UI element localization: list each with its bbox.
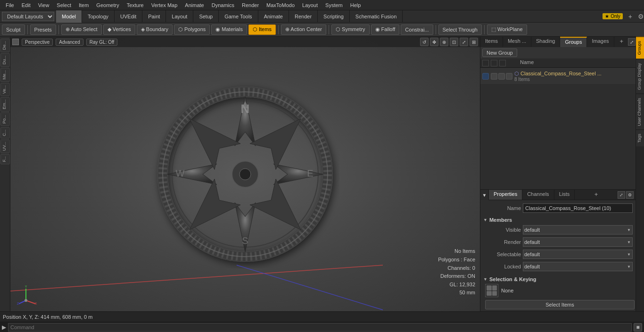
action-center-button[interactable]: ⊕ Action Center [281, 24, 326, 35]
props-tab-lists[interactable]: Lists [554, 190, 575, 200]
command-input[interactable] [8, 323, 632, 332]
menu-vertex-map[interactable]: Vertex Map [148, 1, 182, 9]
selection-keying-header[interactable]: ▼ Selection & Keying [483, 275, 633, 284]
shading-button[interactable]: Advanced [56, 39, 83, 46]
menu-view[interactable]: View [34, 1, 53, 9]
edge-tab-groups[interactable]: Groups [636, 37, 644, 59]
render-select[interactable]: default on off [523, 237, 633, 247]
sidebar-tab-uv[interactable]: UV... [0, 139, 10, 153]
add-layout-button[interactable]: + [626, 12, 635, 21]
polygons-button[interactable]: ⬡ Polygons [174, 24, 210, 35]
menu-item[interactable]: Item [75, 1, 92, 9]
layout-tab-animate[interactable]: Animate [258, 10, 289, 23]
panel-tab-shading[interactable]: Shading [531, 37, 560, 47]
layout-tab-model[interactable]: Model [56, 10, 82, 23]
props-collapse-button[interactable]: ▼ [480, 190, 489, 200]
boundary-button[interactable]: ◈ Boundary [137, 24, 173, 35]
layout-tab-setup[interactable]: Setup [193, 10, 219, 23]
layout-tab-gametools[interactable]: Game Tools [219, 10, 258, 23]
add-props-tab-button[interactable]: + [592, 190, 601, 200]
menu-edit[interactable]: Edit [18, 1, 34, 9]
presets-button[interactable]: Presets [30, 24, 56, 35]
vertices-button[interactable]: ◆ Vertices [103, 24, 135, 35]
menu-system[interactable]: System [322, 1, 347, 9]
sidebar-tab-me[interactable]: Me... [0, 68, 10, 82]
edge-tab-tags[interactable]: Tags [636, 130, 644, 146]
panel-tab-mesh[interactable]: Mesh ... [503, 37, 531, 47]
maximize-icon[interactable]: ⤢ [460, 38, 468, 46]
layout-tab-paint[interactable]: Paint [142, 10, 166, 23]
command-end-button[interactable]: ■ [634, 323, 642, 332]
layout-dropdown[interactable]: Default Layouts [2, 12, 54, 21]
menu-animate[interactable]: Animate [181, 1, 207, 9]
layout-tab-render[interactable]: Render [289, 10, 318, 23]
settings-icon[interactable]: ⚙ [638, 13, 644, 20]
sidebar-tab-du[interactable]: Du... [0, 53, 10, 67]
menu-texture[interactable]: Texture [123, 1, 148, 9]
panel-tab-items[interactable]: Items [480, 37, 503, 47]
workplane-button[interactable]: ⬚ WorkPlane [487, 24, 527, 35]
layout-tab-layout[interactable]: Layout [166, 10, 193, 23]
menu-geometry[interactable]: Geometry [92, 1, 123, 9]
select-items-button[interactable]: Select Items [485, 300, 635, 309]
group-row[interactable]: ⬡ Classical_Compass_Rose_Steel ... 8 Ite… [480, 68, 636, 85]
viewport-menu-button[interactable] [12, 39, 19, 45]
items-button[interactable]: ⬡ Items [248, 24, 276, 35]
falloff-button[interactable]: ◉ Falloff [371, 24, 400, 35]
viewport[interactable]: Perspective Advanced Ray GL: Off ↺ ✥ ⊕ ⊡… [10, 37, 480, 311]
perspective-button[interactable]: Perspective [22, 39, 53, 46]
sidebar-tab-de[interactable]: De... [0, 39, 10, 52]
new-group-button[interactable]: New Group [482, 49, 517, 57]
pan-icon[interactable]: ✥ [430, 38, 438, 46]
svg-text:E: E [307, 168, 313, 178]
selectable-select[interactable]: default on off [523, 250, 633, 259]
panel-tab-images[interactable]: Images [587, 37, 614, 47]
menu-render[interactable]: Render [238, 1, 263, 9]
layout-tab-topology[interactable]: Topology [82, 10, 115, 23]
props-tab-channels[interactable]: Channels [522, 190, 554, 200]
sidebar-tab-c[interactable]: C... [0, 127, 10, 138]
materials-button[interactable]: ◉ Materials [211, 24, 247, 35]
menu-layout[interactable]: Layout [298, 1, 322, 9]
group-extra-icon[interactable] [506, 73, 512, 80]
group-camera-icon[interactable] [491, 73, 497, 80]
select-through-button[interactable]: Select Through [438, 24, 482, 35]
group-eye-icon[interactable] [482, 73, 489, 80]
ray-gl-button[interactable]: Ray GL: Off [86, 39, 118, 46]
constraints-button[interactable]: Constrai... [401, 24, 433, 35]
add-panel-tab-button[interactable]: + [617, 37, 626, 47]
sk-dot-2 [492, 285, 497, 291]
menu-select[interactable]: Select [53, 1, 75, 9]
sidebar-tab-em[interactable]: Em... [0, 97, 10, 112]
panel-expand-button[interactable]: ⤢ [628, 38, 636, 46]
auto-select-button[interactable]: ⊕ Auto Select [61, 24, 102, 35]
name-input[interactable] [523, 203, 633, 213]
zoom-icon[interactable]: ⊕ [440, 38, 448, 46]
group-lock-icon[interactable] [498, 73, 505, 80]
props-expand-button[interactable]: ⤢ [618, 191, 625, 199]
sidebar-tab-po[interactable]: Po... [0, 113, 10, 126]
layout-icon[interactable]: ⊞ [470, 38, 478, 46]
panel-tab-groups[interactable]: Groups [560, 37, 587, 47]
rotate-icon[interactable]: ↺ [420, 38, 429, 46]
props-tab-properties[interactable]: Properties [489, 190, 522, 200]
symmetry-button[interactable]: ⬡ Symmetry [331, 24, 370, 35]
menu-maxtomodo[interactable]: MaxToModo [263, 1, 298, 9]
props-settings-button[interactable]: ⚙ [626, 191, 634, 199]
sculpt-button[interactable]: Sculpt [2, 24, 25, 35]
fit-icon[interactable]: ⊡ [450, 38, 458, 46]
menu-help[interactable]: Help [347, 1, 365, 9]
visible-select[interactable]: default on off [523, 225, 633, 235]
command-arrow-icon[interactable]: ▶ [2, 324, 6, 331]
layout-tab-uvedit[interactable]: UVEdit [115, 10, 142, 23]
edge-tab-user-channels[interactable]: User Channels [636, 94, 644, 130]
layout-tab-schematic[interactable]: Schematic Fusion [350, 10, 403, 23]
menu-file[interactable]: File [2, 1, 18, 9]
menu-dynamics[interactable]: Dynamics [208, 1, 238, 9]
edge-tab-group-display[interactable]: Group Display [636, 59, 644, 94]
sidebar-tab-f[interactable]: F... [0, 154, 10, 164]
locked-select[interactable]: default on off [523, 262, 633, 271]
layout-tab-scripting[interactable]: Scripting [318, 10, 350, 23]
sidebar-tab-ve[interactable]: Ve... [0, 83, 10, 96]
members-section-header[interactable]: ▼ Members [483, 215, 633, 225]
